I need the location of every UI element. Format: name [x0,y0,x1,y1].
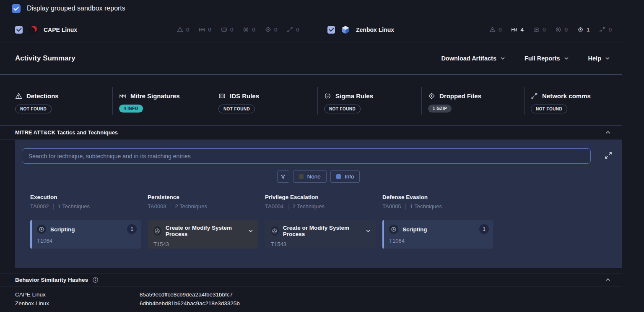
technique-id: T1543 [153,241,253,247]
hash-value: 85a59ecdffce8cb9dea2a4fbe31bbfc7 [140,291,233,298]
tactics-grid: Execution TA0002 1 Techniques Scripting … [22,183,615,249]
dropped-files-icon [577,26,584,33]
technique-search-input[interactable] [22,148,591,164]
dropped-files-icon [428,92,435,100]
filter-none-button[interactable]: None [293,170,327,183]
behavior-hashes-header: Behavior Similarity Hashes [0,273,622,286]
detections-count: 0 [489,26,502,33]
grouped-reports-bar: Display grouped sandbox reports [0,0,622,17]
report-cape-linux: CAPE Linux 0 0 0 0 0 [0,17,309,42]
mitre-icon [119,92,126,100]
dropped-files-icon [265,26,271,33]
zenbox-logo [340,25,351,35]
report-checkbox-cape[interactable] [15,26,23,34]
card-network-comms: Network comms NOT FOUND [524,75,622,125]
signature-count-badge: 1 [127,224,137,234]
full-reports-menu[interactable]: Full Reports [525,55,569,62]
dropped-files-count: 0 [265,26,278,33]
hash-value: 6dbb4bebd81b624bac9ac218e3d3325b [140,300,240,307]
technique-id: T1064 [389,238,488,244]
signature-count-badge: 1 [479,224,489,234]
tactic-persistence: Persistence TA0003 2 Techniques Create o… [148,194,265,249]
grouped-reports-label: Display grouped sandbox reports [27,5,125,12]
mitre-section-title: MITRE ATT&CK Tactics and Techniques [15,129,118,136]
sandbox-reports-row: CAPE Linux 0 0 0 0 0 [0,17,622,42]
network-icon [287,26,293,33]
chevron-down-icon [564,56,569,61]
technique-card-scripting[interactable]: Scripting 1 T1064 [382,220,493,249]
sigma-icon [324,92,331,100]
dropped-files-count: 1 [577,26,590,33]
grouped-reports-checkbox[interactable] [12,4,21,13]
technique-icon [153,226,161,236]
tactic-id: TA0004 [265,203,284,210]
tactic-defense-evasion: Defense Evasion TA0005 1 Techniques Scri… [382,194,500,249]
collapse-chevron-up-icon[interactable] [605,129,611,135]
report-counts-cape: 0 0 0 0 0 0 [177,26,299,33]
report-name: Zenbox Linux [356,26,394,33]
mitre-section-header: MITRE ATT&CK Tactics and Techniques [0,126,622,139]
status-badge: 4 INFO [119,105,143,113]
report-zenbox-linux: Zenbox Linux 0 4 0 0 1 [309,17,622,42]
tactic-privilege-escalation: Privilege Escalation TA0004 2 Techniques… [265,194,382,249]
collapse-chevron-up-icon[interactable] [605,277,611,283]
status-badge: NOT FOUND [15,105,52,113]
filter-funnel-button[interactable] [277,170,289,183]
help-menu[interactable]: Help [588,55,610,62]
tactic-id: TA0005 [382,203,401,210]
filter-info-button[interactable]: Info [330,170,360,183]
sigma-icon [243,26,249,33]
mitre-signatures-count: 4 [511,26,524,33]
report-counts-zenbox: 0 4 0 0 1 0 [489,26,612,33]
technique-icon [389,225,398,234]
warning-icon [177,26,183,33]
mitre-signatures-count: 0 [199,26,211,33]
ids-icon [533,26,540,33]
ids-icon [218,92,226,100]
sigma-rules-count: 0 [555,26,568,33]
warning-icon [489,26,496,33]
hash-rows: CAPE Linux 85a59ecdffce8cb9dea2a4fbe31bb… [0,286,622,308]
ids-rules-count: 0 [221,26,234,33]
activity-summary-bar: Activity Summary Download Artifacts Full… [0,42,622,75]
activity-menus: Download Artifacts Full Reports Help [441,55,610,62]
chevron-down-icon [500,56,505,61]
tactic-execution: Execution TA0002 1 Techniques Scripting … [30,194,148,249]
network-icon [599,26,605,33]
status-badge: 1 GZIP [428,105,452,113]
summary-cards-row: Detections NOT FOUND Mitre Signatures 4 … [0,75,622,126]
mitre-panel: None Info Execution TA0002 1 Techniques [15,140,622,268]
none-swatch [299,174,304,179]
technique-count-label: 2 Techniques [175,203,207,210]
card-detections: Detections NOT FOUND [0,75,112,125]
sigma-rules-count: 0 [243,26,255,33]
tactic-id: TA0003 [148,203,166,210]
activity-summary-title: Activity Summary [15,54,75,63]
expand-panel-button[interactable] [603,151,613,161]
technique-card-create-modify-system-process[interactable]: Create or Modify System Process T1543 [265,220,376,249]
chevron-down-icon[interactable] [366,228,371,233]
technique-id: T1543 [271,241,371,247]
info-swatch [336,174,341,179]
mitre-icon [199,26,205,33]
network-comms-count: 0 [599,26,612,33]
ids-rules-count: 0 [533,26,546,33]
card-mitre-signatures: Mitre Signatures 4 INFO [112,75,212,125]
technique-icon [271,226,279,236]
download-artifacts-menu[interactable]: Download Artifacts [441,55,505,62]
technique-card-scripting[interactable]: Scripting 1 T1064 [30,220,141,249]
tactic-id: TA0002 [30,203,49,210]
hash-row: CAPE Linux 85a59ecdffce8cb9dea2a4fbe31bb… [15,290,622,299]
status-badge: NOT FOUND [218,105,255,113]
info-icon[interactable] [92,277,99,283]
status-badge: NOT FOUND [324,105,361,113]
network-icon [531,92,538,100]
behavior-hashes-section: Behavior Similarity Hashes CAPE Linux 85… [0,273,622,308]
report-checkbox-zenbox[interactable] [327,26,335,34]
chevron-down-icon [605,56,610,61]
report-name: CAPE Linux [44,26,77,33]
chevron-down-icon[interactable] [248,228,253,233]
technique-count-label: 2 Techniques [293,203,325,210]
technique-icon [37,225,46,234]
technique-card-create-modify-system-process[interactable]: Create or Modify System Process T1543 [148,220,258,249]
